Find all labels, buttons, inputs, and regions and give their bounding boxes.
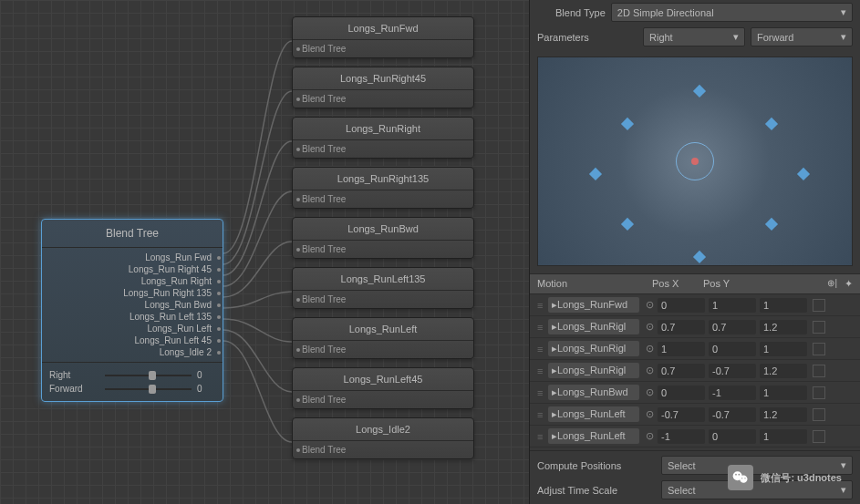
motion-name-field[interactable]: ▸Longs_RunLeft	[548, 406, 639, 422]
posx-field[interactable]: 0.7	[658, 320, 705, 334]
posy-field[interactable]: 0	[709, 342, 756, 356]
posx-field[interactable]: 0	[658, 298, 705, 313]
drag-handle-icon[interactable]: ≡	[537, 387, 548, 398]
output-port[interactable]: Longs_Run Right 45	[49, 263, 215, 275]
output-port[interactable]: Longs_Run Left 45	[49, 334, 215, 346]
posy-field[interactable]: -0.7	[709, 407, 756, 422]
speed-field[interactable]: 1	[760, 429, 807, 444]
motion-name-field[interactable]: ▸Longs_RunFwd	[548, 297, 639, 313]
mirror-checkbox[interactable]	[813, 321, 825, 334]
blend-diamond-point[interactable]	[693, 85, 706, 98]
motion-row[interactable]: ≡ ▸Longs_RunLeft ⊙ -0.7 -0.7 1.2	[530, 404, 860, 426]
mirror-checkbox[interactable]	[813, 430, 825, 443]
motion-row[interactable]: ≡ ▸Longs_RunRigl ⊙ 0.7 -0.7 1.2	[530, 360, 860, 382]
mirror-checkbox[interactable]	[813, 408, 825, 421]
node-subtitle: Blend Tree	[293, 190, 473, 208]
param-slider-right[interactable]: Right 0	[49, 368, 215, 382]
object-picker-icon[interactable]: ⊙	[643, 408, 656, 420]
blend-diamond-point[interactable]	[693, 251, 706, 263]
object-picker-icon[interactable]: ⊙	[643, 365, 656, 376]
posx-field[interactable]: 1	[658, 342, 705, 356]
blend-diamond-point[interactable]	[621, 118, 634, 130]
blend-diamond-point[interactable]	[765, 118, 778, 130]
child-node[interactable]: Longs_RunLeftBlend Tree	[292, 317, 474, 359]
blend-visualization[interactable]	[537, 57, 853, 266]
param-slider-forward[interactable]: Forward 0	[49, 382, 215, 396]
posx-field[interactable]: 0.7	[658, 364, 705, 378]
motion-row[interactable]: ≡ ▸Longs_RunRigl ⊙ 1 0 1	[530, 338, 860, 360]
child-node[interactable]: Longs_RunRight45Blend Tree	[292, 67, 474, 108]
object-picker-icon[interactable]: ⊙	[643, 299, 656, 311]
blend-diamond-point[interactable]	[621, 218, 634, 231]
object-picker-icon[interactable]: ⊙	[643, 430, 656, 442]
object-picker-icon[interactable]: ⊙	[643, 343, 656, 355]
speed-field[interactable]: 1.2	[760, 407, 807, 422]
child-node[interactable]: Longs_RunBwdBlend Tree	[292, 217, 474, 259]
slider-track[interactable]	[105, 375, 192, 376]
posy-field[interactable]: 0	[709, 429, 756, 444]
drag-handle-icon[interactable]: ≡	[537, 409, 548, 420]
node-title: Longs_RunBwd	[293, 218, 473, 241]
blend-center-point[interactable]	[676, 142, 714, 180]
posy-field[interactable]: -0.7	[709, 364, 756, 378]
output-port[interactable]: Longs_Run Bwd	[49, 299, 215, 311]
motion-row[interactable]: ≡ ▸Longs_RunRigl ⊙ 0.7 0.7 1.2	[530, 316, 860, 338]
svg-point-2	[736, 474, 738, 476]
node-title: Longs_RunLeft135	[293, 268, 473, 291]
speed-field[interactable]: 1	[760, 342, 807, 356]
param-y-dropdown[interactable]: Forward▾	[751, 27, 853, 46]
slider-track[interactable]	[105, 388, 192, 390]
motion-name-field[interactable]: ▸Longs_RunLeft	[548, 428, 639, 444]
mirror-checkbox[interactable]	[813, 343, 825, 355]
mirror-checkbox[interactable]	[813, 386, 825, 399]
posx-field[interactable]: 0	[658, 386, 705, 400]
motion-name-field[interactable]: ▸Longs_RunRigl	[548, 341, 639, 356]
drag-handle-icon[interactable]: ≡	[537, 431, 548, 442]
drag-handle-icon[interactable]: ≡	[537, 322, 548, 333]
output-port[interactable]: Longs_Run Left	[49, 323, 215, 334]
child-node[interactable]: Longs_RunLeft135Blend Tree	[292, 267, 474, 309]
blend-diamond-point[interactable]	[589, 168, 602, 180]
posy-field[interactable]: 1	[709, 298, 756, 313]
motion-row[interactable]: ≡ ▸Longs_RunBwd ⊙ 0 -1 1	[530, 382, 860, 404]
motion-row[interactable]: ≡ ▸Longs_RunLeft ⊙ -1 0 1	[530, 426, 860, 447]
mirror-checkbox[interactable]	[813, 299, 825, 312]
child-node[interactable]: Longs_Idle2Blend Tree	[292, 417, 474, 459]
child-node[interactable]: Longs_RunRight135Blend Tree	[292, 167, 474, 209]
blend-type-dropdown[interactable]: 2D Simple Directional ▾	[611, 3, 853, 22]
posx-field[interactable]: -1	[658, 429, 705, 444]
output-port[interactable]: Longs_Run Left 135	[49, 311, 215, 323]
speed-field[interactable]: 1.2	[760, 364, 807, 378]
posy-field[interactable]: -1	[709, 386, 756, 400]
drag-handle-icon[interactable]: ≡	[537, 344, 548, 355]
motion-row[interactable]: ≡ ▸Longs_RunFwd ⊙ 0 1 1	[530, 294, 860, 316]
slider-handle[interactable]	[149, 371, 156, 380]
slider-handle[interactable]	[149, 385, 156, 394]
posx-field[interactable]: -0.7	[658, 407, 705, 422]
graph-canvas[interactable]: Blend Tree Longs_Run Fwd Longs_Run Right…	[0, 0, 529, 504]
blend-diamond-point[interactable]	[796, 168, 809, 180]
blend-tree-main-node[interactable]: Blend Tree Longs_Run Fwd Longs_Run Right…	[41, 219, 223, 402]
object-picker-icon[interactable]: ⊙	[643, 321, 656, 333]
watermark: 微信号: u3dnotes	[728, 465, 842, 490]
speed-field[interactable]: 1.2	[760, 320, 807, 334]
blend-diamond-point[interactable]	[765, 218, 778, 231]
child-node[interactable]: Longs_RunFwdBlend Tree	[292, 16, 474, 58]
mirror-checkbox[interactable]	[813, 365, 825, 377]
object-picker-icon[interactable]: ⊙	[643, 386, 656, 398]
motion-name-field[interactable]: ▸Longs_RunBwd	[548, 385, 639, 400]
speed-field[interactable]: 1	[760, 298, 807, 313]
child-node[interactable]: Longs_RunRightBlend Tree	[292, 117, 474, 159]
posy-field[interactable]: 0.7	[709, 320, 756, 334]
output-port[interactable]: Longs_Run Right 135	[49, 287, 215, 299]
output-port[interactable]: Longs_Run Right	[49, 275, 215, 287]
motion-name-field[interactable]: ▸Longs_RunRigl	[548, 319, 639, 334]
param-x-dropdown[interactable]: Right▾	[643, 27, 745, 46]
output-port[interactable]: Longs_Idle 2	[49, 346, 215, 358]
drag-handle-icon[interactable]: ≡	[537, 365, 548, 376]
speed-field[interactable]: 1	[760, 386, 807, 400]
drag-handle-icon[interactable]: ≡	[537, 300, 548, 311]
output-port[interactable]: Longs_Run Fwd	[49, 252, 215, 263]
motion-name-field[interactable]: ▸Longs_RunRigl	[548, 363, 639, 378]
child-node[interactable]: Longs_RunLeft45Blend Tree	[292, 367, 474, 409]
